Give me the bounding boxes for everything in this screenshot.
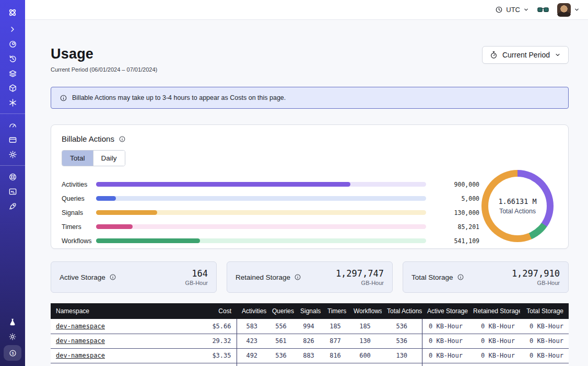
- temporal-logo-icon[interactable]: [4, 3, 21, 22]
- cell-total_actions: 130: [382, 348, 422, 363]
- sidebar-divider: [0, 165, 25, 166]
- total-actions-donut-chart: 1.66131 M Total Actions: [481, 170, 554, 242]
- info-icon[interactable]: [457, 273, 464, 281]
- feedback-terminal-icon[interactable]: [4, 184, 21, 199]
- info-icon[interactable]: [109, 273, 116, 281]
- bar-value: 900,000: [432, 181, 479, 188]
- cell-retained_storage: 0 KB-Hour: [468, 334, 520, 348]
- usage-gauge-icon[interactable]: [4, 118, 21, 132]
- cell-cost: 29.32: [176, 334, 237, 348]
- top-bar: UTC: [25, 0, 588, 20]
- labs-flask-icon[interactable]: [4, 315, 21, 329]
- cell-queries: 561: [267, 334, 295, 348]
- tab-daily[interactable]: Daily: [93, 151, 125, 166]
- column-header-workflows: Workflows: [348, 303, 382, 319]
- column-header-total_actions: Total Actions: [382, 303, 422, 319]
- cell-total_storage: [520, 363, 569, 366]
- page-title: Usage: [51, 46, 157, 62]
- cell-timers: [322, 363, 348, 366]
- bar-row-timers: Timers85,201: [62, 220, 479, 234]
- getting-started-rocket-icon[interactable]: [4, 199, 21, 213]
- info-banner: Billable Actions may take up to 3-4 hour…: [51, 87, 569, 109]
- cell-workflows: [348, 363, 382, 366]
- active-storage-value: 164: [185, 268, 208, 279]
- cell-workflows: 600: [348, 348, 382, 363]
- active-storage-unit: GB-Hour: [185, 280, 208, 286]
- table-row: dev-namespace$5.665835569941851855360 KB…: [51, 319, 569, 334]
- pricing-dollar-icon[interactable]: $: [4, 345, 21, 361]
- cell-namespace: dev-namespace: [51, 334, 176, 348]
- billing-card-icon[interactable]: [4, 132, 21, 147]
- clock-icon: [495, 6, 503, 14]
- cell-signals: 826: [295, 334, 322, 348]
- column-header-signals: Signals: [295, 303, 322, 319]
- billable-actions-bar-chart: Activities900,000Queries5,000Signals130,…: [62, 177, 479, 248]
- cell-active_storage: [422, 363, 468, 366]
- bar-row-workflows: Workflows541,109: [62, 234, 479, 248]
- cell-cost: $3.35: [176, 348, 237, 363]
- bar-track: [96, 182, 426, 187]
- cell-total_actions: [382, 363, 422, 366]
- cell-activities: [237, 363, 267, 366]
- avatar[interactable]: [557, 3, 571, 17]
- namespaces-icon[interactable]: [4, 37, 21, 51]
- donut-total-value: 1.66131 M: [498, 197, 536, 205]
- column-header-activities: Activities: [237, 303, 267, 319]
- namespace-usage-table: NamespaceCostActivitiesQueriesSignalsTim…: [51, 303, 569, 366]
- timezone-picker[interactable]: UTC: [495, 6, 529, 14]
- cell-activities: 423: [237, 334, 267, 348]
- active-storage-card: Active Storage 164 GB-Hour: [51, 261, 217, 293]
- total-storage-unit: GB-Hour: [512, 280, 560, 286]
- total-storage-value: 1,297,910: [512, 268, 560, 279]
- cell-retained_storage: 0 KB-Hour: [468, 319, 520, 334]
- namespace-link[interactable]: dev-namespace: [56, 337, 105, 345]
- bar-label: Timers: [62, 223, 96, 231]
- cell-signals: 883: [295, 348, 322, 363]
- layers-icon[interactable]: [4, 66, 21, 81]
- period-dropdown-button[interactable]: Current Period: [482, 46, 569, 64]
- cell-queries: 556: [267, 319, 295, 334]
- cell-retained_storage: 0 KB-Hour: [468, 348, 520, 363]
- info-icon: [60, 94, 67, 102]
- cell-activities: 492: [237, 348, 267, 363]
- total-storage-card: Total Storage 1,297,910 GB-Hour: [403, 261, 569, 293]
- table-row: dev-namespace: [51, 363, 569, 366]
- table-row: dev-namespace29.324235618268771305360 KB…: [51, 334, 569, 348]
- cell-active_storage: 0 KB-Hour: [422, 319, 468, 334]
- cell-workflows: 130: [348, 334, 382, 348]
- nexus-asterisk-icon[interactable]: [4, 95, 21, 110]
- bar-row-signals: Signals130,000: [62, 205, 479, 220]
- info-icon[interactable]: [294, 273, 301, 281]
- cell-total_storage: 0 KB-Hour: [520, 348, 569, 363]
- schedules-icon[interactable]: [4, 51, 21, 66]
- account-menu[interactable]: [557, 3, 580, 17]
- deployments-cube-icon[interactable]: [4, 81, 21, 95]
- namespace-link[interactable]: dev-namespace: [56, 352, 105, 359]
- bar-row-activities: Activities900,000: [62, 177, 479, 191]
- settings-gear-icon[interactable]: [4, 147, 21, 162]
- retained-storage-unit: GB-Hour: [336, 280, 384, 286]
- cell-namespace: dev-namespace: [51, 348, 176, 363]
- theme-sun-icon[interactable]: [4, 329, 21, 344]
- total-storage-label: Total Storage: [411, 273, 453, 281]
- cell-total_actions: 536: [382, 319, 422, 334]
- cell-cost: [176, 363, 237, 366]
- support-lifebuoy-icon[interactable]: [4, 169, 21, 184]
- bar-track: [96, 224, 426, 229]
- cell-cost: $5.66: [176, 319, 237, 334]
- stopwatch-icon: [490, 51, 498, 59]
- bar-label: Signals: [62, 209, 96, 216]
- cell-signals: [295, 363, 322, 366]
- cell-total_storage: 0 KB-Hour: [520, 319, 569, 334]
- info-icon[interactable]: [119, 135, 126, 143]
- info-banner-text: Billable Actions may take up to 3-4 hour…: [72, 94, 286, 101]
- expand-chevron-icon[interactable]: [4, 22, 21, 37]
- bar-track: [96, 196, 426, 201]
- bar-fill: [96, 196, 116, 201]
- glasses-icon[interactable]: [537, 6, 549, 14]
- retained-storage-value: 1,297,747: [336, 268, 384, 279]
- bar-value: 5,000: [432, 195, 479, 202]
- namespace-link[interactable]: dev-namespace: [56, 323, 105, 330]
- cell-timers: 816: [322, 348, 348, 363]
- tab-total[interactable]: Total: [62, 151, 93, 166]
